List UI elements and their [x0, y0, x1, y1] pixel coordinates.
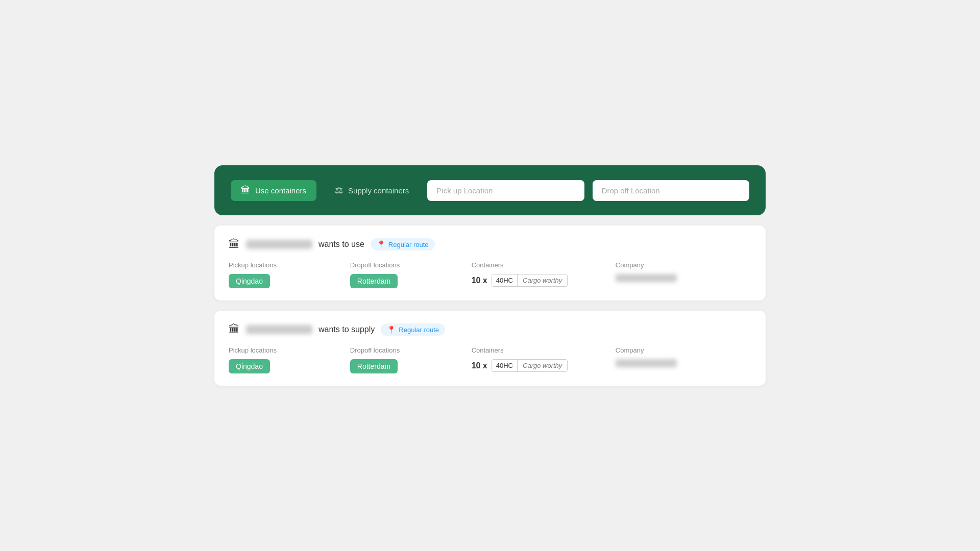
dropoff-location-tag-1: Rotterdam	[350, 274, 398, 288]
route-badge-1: 📍 Regular route	[371, 238, 435, 251]
containers-col-1: Containers 10 x 40HC Cargo worthy	[472, 261, 607, 288]
company-name-1	[616, 274, 677, 282]
container-condition-2: Cargo worthy	[518, 360, 567, 371]
route-label-1: Regular route	[388, 241, 429, 248]
dropoff-location-tag-2: Rotterdam	[350, 359, 398, 373]
container-type-1: 40HC	[492, 274, 518, 286]
container-count-2: 10 x	[472, 361, 487, 370]
result-card-2: 🏛 wants to supply 📍 Regular route Pickup…	[214, 311, 766, 386]
containers-col-label-1: Containers	[472, 261, 607, 269]
company-col-2: Company	[616, 346, 751, 373]
containers-col-label-2: Containers	[472, 346, 607, 354]
card-grid-1: Pickup locations Qingdao Dropoff locatio…	[229, 261, 751, 288]
search-card: 🏛 Use containers ⚖ Supply containers	[214, 165, 766, 215]
container-tag-2: 40HC Cargo worthy	[492, 359, 568, 372]
page-wrapper: 🏛 Use containers ⚖ Supply containers 🏛 w…	[214, 165, 766, 386]
container-type-2: 40HC	[492, 360, 518, 371]
route-badge-2: 📍 Regular route	[381, 323, 445, 336]
dropoff-col-label-1: Dropoff locations	[350, 261, 463, 269]
pickup-location-input[interactable]	[427, 180, 584, 201]
card-action-1: wants to use	[318, 240, 364, 249]
container-info-2: 10 x 40HC Cargo worthy	[472, 359, 607, 372]
pickup-col-label-2: Pickup locations	[229, 346, 342, 354]
user-name-1	[246, 240, 312, 249]
card-icon-2: 🏛	[229, 323, 240, 336]
pickup-col-2: Pickup locations Qingdao	[229, 346, 342, 373]
supply-containers-tab[interactable]: ⚖ Supply containers	[325, 180, 419, 201]
dropoff-col-2: Dropoff locations Rotterdam	[350, 346, 463, 373]
card-grid-2: Pickup locations Qingdao Dropoff locatio…	[229, 346, 751, 373]
company-col-1: Company	[616, 261, 751, 288]
pickup-location-tag-1: Qingdao	[229, 274, 270, 288]
card-header-2: 🏛 wants to supply 📍 Regular route	[229, 323, 751, 336]
container-tag-1: 40HC Cargo worthy	[492, 274, 568, 287]
pickup-col-1: Pickup locations Qingdao	[229, 261, 342, 288]
pin-icon-2: 📍	[387, 325, 396, 334]
card-icon-1: 🏛	[229, 238, 240, 251]
card-action-2: wants to supply	[318, 325, 375, 334]
container-condition-1: Cargo worthy	[518, 274, 567, 286]
company-name-2	[616, 359, 677, 367]
pickup-col-label-1: Pickup locations	[229, 261, 342, 269]
container-count-1: 10 x	[472, 276, 487, 285]
use-containers-label: Use containers	[255, 186, 306, 195]
result-card-1: 🏛 wants to use 📍 Regular route Pickup lo…	[214, 226, 766, 300]
card-header-1: 🏛 wants to use 📍 Regular route	[229, 238, 751, 251]
user-name-2	[246, 325, 312, 334]
container-info-1: 10 x 40HC Cargo worthy	[472, 274, 607, 287]
use-containers-tab[interactable]: 🏛 Use containers	[231, 180, 316, 201]
pickup-location-tag-2: Qingdao	[229, 359, 270, 373]
company-col-label-2: Company	[616, 346, 751, 354]
pin-icon-1: 📍	[377, 240, 385, 248]
route-label-2: Regular route	[399, 326, 439, 334]
containers-col-2: Containers 10 x 40HC Cargo worthy	[472, 346, 607, 373]
dropoff-col-label-2: Dropoff locations	[350, 346, 463, 354]
company-col-label-1: Company	[616, 261, 751, 269]
dropoff-location-input[interactable]	[593, 180, 749, 201]
dropoff-col-1: Dropoff locations Rotterdam	[350, 261, 463, 288]
supply-containers-icon: ⚖	[335, 185, 343, 196]
use-containers-icon: 🏛	[241, 185, 250, 196]
supply-containers-label: Supply containers	[348, 186, 409, 195]
